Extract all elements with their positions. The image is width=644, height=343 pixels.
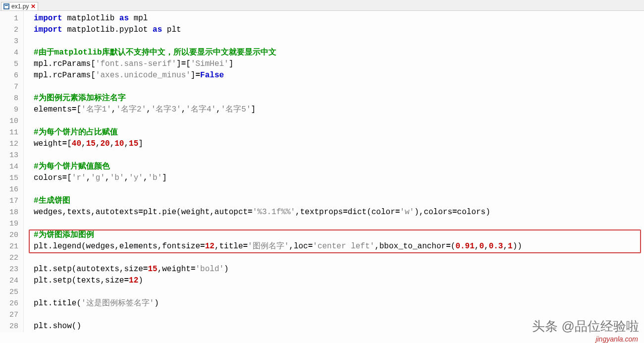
- code-line: wedges,texts,autotexts=plt.pie(weight,au…: [34, 207, 644, 218]
- line-number: 3: [0, 36, 23, 47]
- code-line: plt.setp(autotexts,size=15,weight='bold'…: [34, 264, 644, 275]
- code-line: #为图例元素添加标注名字: [34, 93, 644, 104]
- code-editor[interactable]: 1 2 3 4 5 6 7 8 9 10 11 12 13 14 15 16 1…: [0, 11, 644, 332]
- code-line: [34, 150, 644, 161]
- line-number: 15: [0, 172, 23, 184]
- close-icon[interactable]: ✕: [31, 3, 36, 9]
- code-line: #由于matplotlib库默认不支持中文，所以要显示中文就要显示中文: [34, 47, 644, 58]
- tab-bar: ex1.py ✕: [0, 0, 644, 11]
- tab-filename: ex1.py: [11, 3, 29, 10]
- code-line: [34, 252, 644, 264]
- code-line: #为每个饼片赋值颜色: [34, 161, 644, 172]
- python-file-icon: [3, 3, 9, 9]
- line-number: 8: [0, 93, 23, 104]
- line-number: 7: [0, 81, 23, 93]
- line-number: 20: [0, 229, 23, 241]
- line-number: 24: [0, 275, 23, 286]
- code-line: [34, 218, 644, 229]
- code-line: elements=['名字1','名字2','名字3','名字4','名字5']: [34, 104, 644, 115]
- line-number: 5: [0, 58, 23, 70]
- code-line: plt.title('这是图例标签名字'): [34, 298, 644, 309]
- svg-rect-2: [5, 5, 8, 6]
- line-number: 2: [0, 24, 23, 36]
- line-number: 27: [0, 309, 23, 321]
- code-line: [34, 81, 644, 93]
- line-number: 22: [0, 252, 23, 264]
- line-number: 13: [0, 150, 23, 161]
- line-number: 11: [0, 127, 23, 138]
- code-line: #生成饼图: [34, 195, 644, 207]
- line-number: 14: [0, 161, 23, 172]
- code-line: weight=[40,15,20,10,15]: [34, 138, 644, 150]
- watermark-text: 头条 @品位经验啦: [532, 318, 639, 335]
- code-area[interactable]: import matplotlib as mpl import matplotl…: [24, 11, 644, 332]
- line-number: 23: [0, 264, 23, 275]
- code-line: [34, 36, 644, 47]
- code-line: #为每个饼片的占比赋值: [34, 127, 644, 138]
- code-line: [34, 286, 644, 298]
- line-number: 9: [0, 104, 23, 115]
- code-line: [34, 115, 644, 127]
- code-line: plt.legend(wedges,elements,fontsize=12,t…: [34, 241, 644, 252]
- line-number: 25: [0, 286, 23, 298]
- watermark-url: jingyanla.com: [595, 335, 638, 343]
- line-number-gutter: 1 2 3 4 5 6 7 8 9 10 11 12 13 14 15 16 1…: [0, 11, 24, 332]
- code-line: import matplotlib as mpl: [34, 13, 644, 24]
- tab-ex1[interactable]: ex1.py ✕: [1, 2, 38, 10]
- code-line: #为饼图添加图例: [34, 229, 644, 241]
- line-number: 26: [0, 298, 23, 309]
- line-number: 1: [0, 13, 23, 24]
- line-number: 4: [0, 47, 23, 58]
- line-number: 28: [0, 321, 23, 332]
- code-line: mpl.rcParams['font.sans-serif']=['SimHei…: [34, 58, 644, 70]
- line-number: 19: [0, 218, 23, 229]
- code-line: colors=['r','g','b','y','b']: [34, 172, 644, 184]
- line-number: 12: [0, 138, 23, 150]
- code-line: mpl.rcParams['axes.unicode_minus']=False: [34, 70, 644, 81]
- code-line: [34, 184, 644, 195]
- line-number: 17: [0, 195, 23, 207]
- code-line: plt.setp(texts,size=12): [34, 275, 644, 286]
- line-number: 21: [0, 241, 23, 252]
- line-number: 10: [0, 115, 23, 127]
- code-line: import matplotlib.pyplot as plt: [34, 24, 644, 36]
- line-number: 6: [0, 70, 23, 81]
- line-number: 18: [0, 207, 23, 218]
- line-number: 16: [0, 184, 23, 195]
